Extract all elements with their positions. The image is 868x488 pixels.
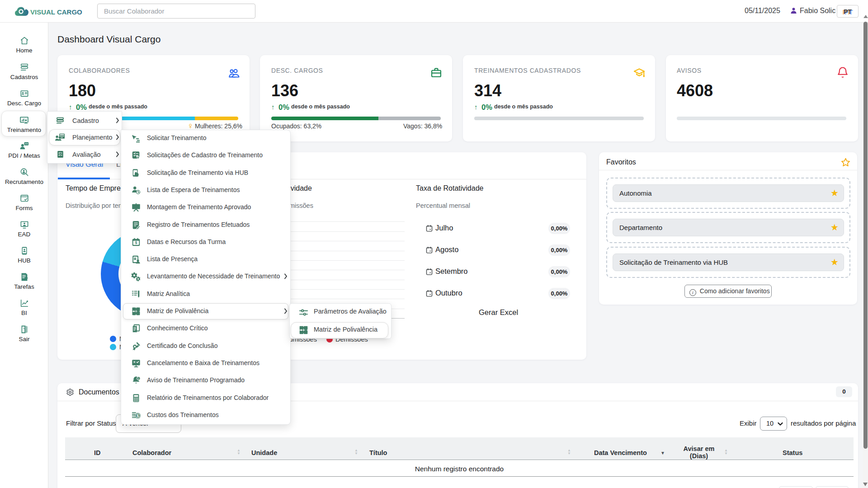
svg-text:VISUAL CARGO: VISUAL CARGO <box>30 8 82 16</box>
svg-text:!: ! <box>138 377 139 380</box>
svg-text:$: $ <box>137 413 139 418</box>
svg-text:$: $ <box>135 241 137 245</box>
